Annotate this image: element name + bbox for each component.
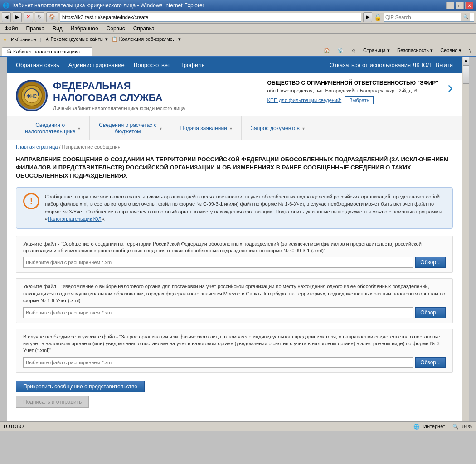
upload-section-3: В случае необходимости укажите файл - "З… (16, 329, 453, 373)
browse-btn-3[interactable]: Обзор... (415, 357, 446, 368)
print-btn[interactable]: 🖨 (348, 47, 359, 55)
logo-inner: ФНС (18, 82, 45, 109)
home-page-btn[interactable]: 🏠 (321, 46, 333, 55)
service-btn[interactable]: Сервис ▾ (437, 46, 464, 55)
collection-btn[interactable]: 📋 Коллекция веб-фрагме... ▾ (112, 36, 181, 42)
back-btn[interactable]: ◀ (2, 12, 11, 22)
stop-btn[interactable]: ✕ (24, 12, 33, 22)
upload-section-2: Укажите файл - "Уведомление о выборе нал… (16, 278, 453, 323)
file-input-3[interactable] (23, 357, 413, 368)
upload-label-2: Укажите файл - "Уведомление о выборе нал… (23, 283, 446, 304)
nav-applications[interactable]: Подача заявлений ▾ (171, 116, 242, 140)
org-subtitle: Личный кабинет налогоплательщика юридиче… (53, 106, 185, 111)
bottom-buttons: Прикрепить сообщение о представительстве… (7, 378, 462, 412)
nav-documents[interactable]: Запрос документов ▾ (242, 116, 314, 140)
file-input-1[interactable] (23, 257, 413, 268)
chevron-down-icon-4: ▾ (302, 126, 305, 131)
nav-budget-label: Сведения о расчетах с бюджетом (99, 122, 156, 135)
status-text: ГОТОВО (4, 424, 24, 429)
chevron-down-icon-3: ▾ (230, 126, 232, 131)
status-bar: ГОТОВО 🌐 Интернет 🔍 84% (0, 421, 476, 431)
internet-icon: 🌐 (413, 424, 420, 430)
search-input[interactable] (384, 13, 461, 21)
nav-taxpayer-label: Сведения о налогоплательщике (25, 122, 75, 135)
star-icon: ★ (45, 36, 49, 42)
titlebar: 🌐 Кабинет налогоплательщика юридического… (0, 0, 476, 11)
menu-edit[interactable]: Правка (24, 25, 47, 32)
favorites-bar: ★ Избранное | ★ Рекомендуемые сайты ▾ 📋 … (0, 34, 476, 45)
navigation-toolbar: ◀ ▶ ✕ ↻ 🏠 ▶ 🔒 🔍 (0, 11, 476, 24)
info-text: Сообщение, направляемое налогоплательщик… (45, 193, 446, 223)
help-btn[interactable]: ? (466, 47, 474, 55)
nav-feedback[interactable]: Обратная связь (16, 62, 59, 68)
browser-window: 🌐 Кабинет налогоплательщика юридического… (0, 0, 476, 431)
breadcrumb-separator: / (59, 144, 60, 150)
site-header: ФНС ФЕДЕРАЛЬНАЯ НАЛОГОВАЯ СЛУЖБА Личный … (7, 73, 462, 116)
minimize-btn[interactable]: _ (446, 2, 454, 9)
recommended-btn[interactable]: ★ Рекомендуемые сайты ▾ (45, 36, 108, 42)
menu-service[interactable]: Сервис (105, 25, 127, 32)
nav-qa[interactable]: Вопрос-ответ (134, 62, 170, 68)
zone-text: Интернет (423, 424, 445, 429)
search-submit-btn[interactable]: 🔍 (461, 13, 470, 21)
svg-text:ФНС: ФНС (27, 94, 37, 99)
company-address: обл.Нижегородская, р-н. Богородский, г.Б… (267, 88, 438, 93)
tab-main[interactable]: 🏛 Кабинет налогоплательщика юридического… (2, 47, 92, 56)
menu-favorites[interactable]: Избранное (69, 25, 100, 32)
menu-view[interactable]: Вид (51, 25, 64, 32)
scroll-thumb[interactable] (463, 66, 469, 84)
nav-exit[interactable]: Выйти (436, 62, 453, 68)
breadcrumb-current: Направление сообщения (62, 144, 121, 150)
scroll-up-btn[interactable]: ▲ (463, 57, 469, 66)
forward-btn[interactable]: ▶ (13, 12, 22, 22)
browse-btn-2[interactable]: Обзор... (415, 307, 446, 318)
upload-label-3: В случае необходимости укажите файл - "З… (23, 334, 446, 354)
nav-budget[interactable]: Сведения о расчетах с бюджетом ▾ (90, 116, 171, 140)
attach-button[interactable]: Прикрепить сообщение о представительстве (16, 381, 145, 392)
nav-profile[interactable]: Профиль (179, 62, 204, 68)
file-input-2[interactable] (23, 307, 413, 318)
lock-icon: 🔒 (374, 14, 382, 21)
search-box: 🔍 (384, 13, 474, 22)
collection-icon: 📋 (112, 36, 118, 42)
main-navigation: Сведения о налогоплательщике ▾ Сведения … (7, 116, 462, 140)
page-btn[interactable]: Страница ▾ (360, 46, 393, 55)
browse-btn-1[interactable]: Обзор... (415, 257, 446, 268)
site-nav-bar: Обратная связь Администрирование Вопрос-… (7, 57, 462, 73)
menu-file[interactable]: Файл (3, 25, 20, 32)
upload-section-1: Укажите файл - "Сообщение о создании на … (16, 236, 453, 273)
nav-taxpayer[interactable]: Сведения о налогоплательщике ▾ (16, 116, 90, 140)
nav-logout[interactable]: Отказаться от использования ЛК ЮЛ (330, 62, 431, 68)
menu-help[interactable]: Справка (131, 25, 156, 32)
favorites-btn[interactable]: Избранное (11, 37, 36, 42)
home-btn[interactable]: 🏠 (46, 12, 58, 22)
org-line1: ФЕДЕРАЛЬНАЯ (53, 80, 131, 92)
maximize-btn[interactable]: □ (456, 2, 464, 9)
refresh-btn[interactable]: ↻ (35, 12, 44, 22)
feeds-btn[interactable]: 📡 (335, 46, 346, 55)
window-title: Кабинет налогоплательщика юридического л… (12, 2, 204, 9)
breadcrumb-home[interactable]: Главная страница (16, 144, 58, 150)
vyb-button[interactable]: Выбрать (345, 96, 373, 104)
org-line2: НАЛОГОВАЯ СЛУЖБА (53, 92, 163, 103)
security-btn[interactable]: Безопасность ▾ (394, 46, 436, 55)
upload-label-1: Укажите файл - "Сообщение о создании на … (23, 241, 446, 255)
taxpayer-link[interactable]: Налогоплательщик ЮЛ (48, 216, 102, 222)
zoom-icon: 🔍 (452, 424, 459, 430)
address-input[interactable] (60, 13, 361, 22)
nav-applications-label: Подача заявлений (180, 125, 227, 131)
logo: ФНС (16, 80, 48, 111)
scrollbar[interactable]: ▲ (462, 57, 469, 421)
arrow-right-icon[interactable]: › (447, 80, 453, 96)
info-box: ! Сообщение, направляемое налогоплательщ… (16, 187, 453, 229)
close-btn[interactable]: ✕ (465, 2, 473, 9)
go-btn[interactable]: ▶ (363, 12, 372, 22)
company-name: ОБЩЕСТВО С ОГРАНИЧЕННОЙ ОТВЕТСТВЕННОСТЬЮ… (267, 80, 438, 86)
nav-admin[interactable]: Администрирование (68, 62, 125, 68)
nav-documents-label: Запрос документов (251, 125, 300, 131)
breadcrumb: Главная страница / Направление сообщения (7, 140, 462, 153)
menu-bar: Файл Правка Вид Избранное Сервис Справка (0, 24, 476, 34)
kpp-link[interactable]: КПП для фильтрации сведений: (267, 97, 342, 103)
page-content: Обратная связь Администрирование Вопрос-… (7, 57, 469, 421)
warning-icon: ! (23, 193, 39, 209)
